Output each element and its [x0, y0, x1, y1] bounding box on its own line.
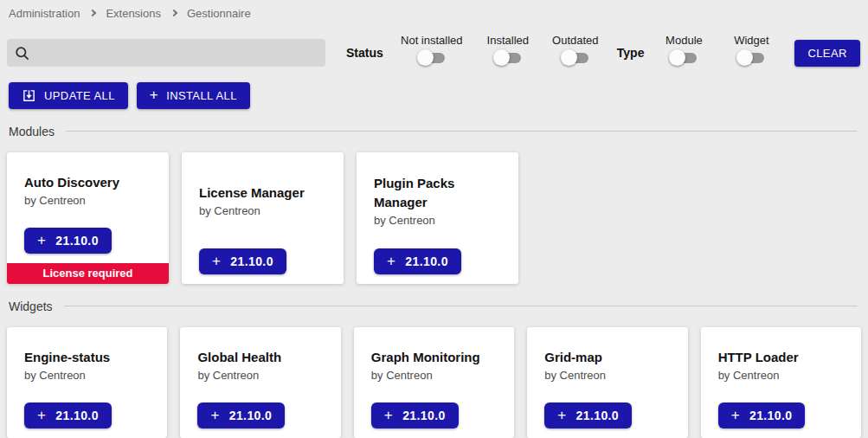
- version-label: 21.10.0: [402, 409, 446, 422]
- extension-card-body: Grid-map by Centreon: [527, 327, 687, 403]
- extension-name: Engine-status: [24, 348, 150, 367]
- bulk-actions: UPDATE ALL + INSTALL ALL: [9, 82, 861, 109]
- extension-name: Grid-map: [544, 348, 670, 367]
- breadcrumb-item-administration[interactable]: Administration: [9, 7, 80, 20]
- extension-card: Plugin Packs Manager by Centreon + 21.10…: [357, 152, 518, 284]
- extension-card-body: License Manager by Centreon: [182, 152, 344, 248]
- install-version-button[interactable]: + 21.10.0: [371, 403, 459, 428]
- section-title: Modules: [7, 125, 55, 138]
- install-version-button[interactable]: + 21.10.0: [24, 403, 112, 428]
- plus-icon: +: [731, 408, 740, 422]
- toggle-outdated[interactable]: Outdated: [548, 34, 603, 66]
- version-label: 21.10.0: [229, 409, 273, 422]
- extension-card: Engine-status by Centreon + 21.10.0: [7, 327, 167, 438]
- breadcrumb-item-extensions[interactable]: Extensions: [106, 7, 161, 20]
- plus-icon: +: [212, 254, 221, 268]
- toggle-switch-icon[interactable]: [417, 48, 447, 66]
- update-all-button[interactable]: UPDATE ALL: [9, 82, 128, 109]
- extension-author: by Centreon: [24, 194, 151, 207]
- extension-author: by Centreon: [544, 369, 670, 382]
- plus-icon: +: [387, 254, 395, 268]
- filter-bar: Status Not installed Installed Outdated …: [7, 38, 861, 68]
- toggle-switch-icon[interactable]: [736, 48, 766, 66]
- extension-name: Graph Monitoring: [371, 348, 497, 367]
- plus-icon: +: [37, 233, 46, 248]
- plus-icon: +: [210, 408, 219, 422]
- clear-button[interactable]: CLEAR: [794, 40, 859, 67]
- version-label: 21.10.0: [749, 409, 793, 422]
- version-label: 21.10.0: [405, 254, 448, 268]
- update-all-label: UPDATE ALL: [44, 89, 115, 102]
- toggle-switch-icon[interactable]: [493, 48, 523, 66]
- install-version-button[interactable]: + 21.10.0: [24, 228, 112, 254]
- search-icon: [14, 45, 30, 61]
- version-label: 21.10.0: [230, 254, 273, 268]
- section-title: Widgets: [7, 300, 53, 313]
- plus-icon: +: [384, 408, 393, 422]
- extension-author: by Centreon: [371, 369, 497, 382]
- extension-name: Plugin Packs Manager: [374, 174, 501, 212]
- toggle-switch-icon[interactable]: [561, 48, 590, 66]
- breadcrumb-item-gestionnaire[interactable]: Gestionnaire: [187, 7, 251, 20]
- toggle-module-label: Module: [665, 34, 703, 47]
- install-version-button[interactable]: + 21.10.0: [374, 248, 461, 274]
- search-input[interactable]: [37, 46, 318, 60]
- license-required-banner: License required: [7, 263, 169, 284]
- version-label: 21.10.0: [576, 409, 620, 422]
- extension-card: Graph Monitoring by Centreon + 21.10.0: [354, 327, 514, 438]
- card-grid: Auto Discovery by Centreon + 21.10.0 Lic…: [7, 152, 861, 284]
- extension-card: HTTP Loader by Centreon + 21.10.0: [701, 327, 861, 438]
- extensions-section: Widgets Engine-status by Centreon + 21.1…: [7, 299, 861, 438]
- type-filter-label: Type: [617, 46, 645, 60]
- breadcrumb: Administration Extensions Gestionnaire: [7, 5, 861, 21]
- extension-card-body: Auto Discovery by Centreon: [7, 152, 169, 228]
- extension-author: by Centreon: [24, 369, 150, 382]
- extension-card-body: HTTP Loader by Centreon: [701, 327, 861, 403]
- toggle-not-installed[interactable]: Not installed: [395, 34, 468, 66]
- toggle-not-installed-label: Not installed: [401, 34, 463, 47]
- toggle-installed[interactable]: Installed: [480, 34, 536, 66]
- extensions-section: Modules Auto Discovery by Centreon + 21.…: [7, 124, 861, 284]
- extension-name: Global Health: [197, 348, 323, 367]
- status-filter-label: Status: [346, 46, 383, 60]
- extension-card-body: Graph Monitoring by Centreon: [354, 327, 514, 403]
- extension-name: Auto Discovery: [24, 173, 151, 192]
- version-label: 21.10.0: [55, 234, 99, 248]
- install-all-label: INSTALL ALL: [166, 89, 237, 102]
- extension-card-body: Global Health by Centreon: [180, 327, 340, 403]
- extension-name: License Manager: [199, 184, 326, 203]
- chevron-right-icon: [89, 10, 96, 16]
- extension-author: by Centreon: [199, 204, 326, 217]
- install-version-button[interactable]: + 21.10.0: [197, 403, 285, 428]
- extension-author: by Centreon: [374, 214, 501, 227]
- extension-card: License Manager by Centreon + 21.10.0: [182, 152, 344, 284]
- install-all-button[interactable]: + INSTALL ALL: [137, 82, 250, 109]
- toggle-outdated-label: Outdated: [552, 34, 599, 47]
- toggle-widget-label: Widget: [734, 34, 768, 47]
- chevron-right-icon: [170, 10, 177, 16]
- section-header: Modules: [7, 124, 861, 138]
- plus-icon: +: [557, 408, 566, 422]
- install-version-button[interactable]: + 21.10.0: [544, 403, 632, 428]
- plus-icon: +: [150, 87, 158, 102]
- extension-name: HTTP Loader: [718, 348, 844, 367]
- toggle-switch-icon[interactable]: [669, 48, 698, 66]
- extension-card-body: Engine-status by Centreon: [7, 327, 167, 403]
- section-divider: [64, 306, 858, 306]
- plus-icon: +: [37, 408, 46, 422]
- install-version-button[interactable]: + 21.10.0: [199, 248, 286, 274]
- install-version-button[interactable]: + 21.10.0: [718, 403, 806, 428]
- extension-author: by Centreon: [197, 369, 323, 382]
- toggle-module[interactable]: Module: [656, 34, 711, 66]
- extension-card-body: Plugin Packs Manager by Centreon: [357, 152, 518, 248]
- version-label: 21.10.0: [55, 409, 99, 422]
- sections: Modules Auto Discovery by Centreon + 21.…: [7, 124, 861, 438]
- toggle-installed-label: Installed: [487, 34, 529, 47]
- extension-author: by Centreon: [718, 369, 844, 382]
- section-header: Widgets: [7, 299, 861, 313]
- extensions-manager-page: Administration Extensions Gestionnaire S…: [0, 0, 868, 438]
- extension-card: Auto Discovery by Centreon + 21.10.0 Lic…: [7, 152, 169, 284]
- card-grid: Engine-status by Centreon + 21.10.0 Glob…: [7, 327, 861, 438]
- toggle-widget[interactable]: Widget: [723, 34, 779, 66]
- search-box[interactable]: [7, 39, 325, 67]
